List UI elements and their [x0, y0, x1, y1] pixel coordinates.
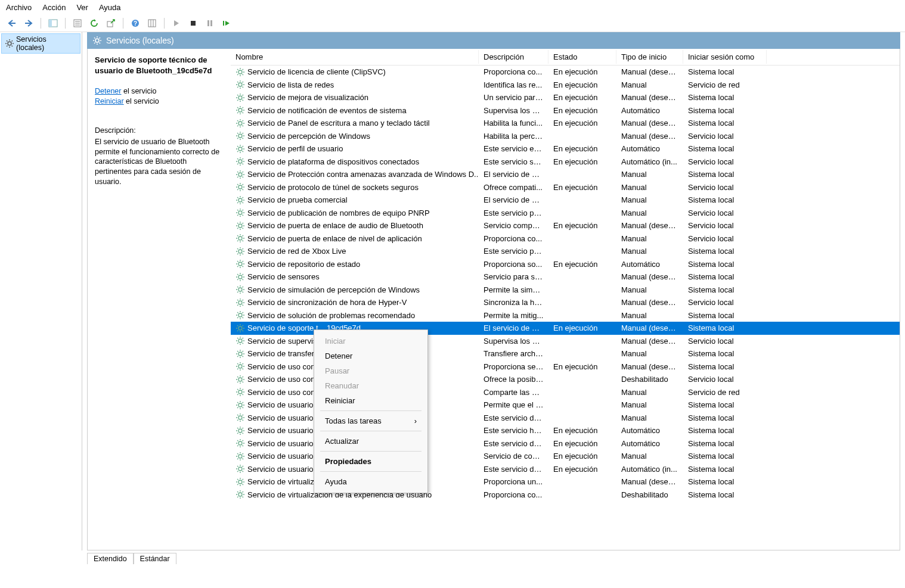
menu-help[interactable]: Ayuda: [99, 3, 121, 12]
service-name: Servicio de plataforma de dispositivos c…: [247, 157, 419, 166]
svg-line-246: [237, 363, 238, 365]
service-row[interactable]: Servicio de perfil de usuarioEste servic…: [231, 142, 900, 155]
tab-standard[interactable]: Estándar: [134, 553, 176, 564]
gear-icon: [235, 323, 245, 333]
gear-icon: [235, 67, 245, 77]
svg-point-304: [238, 455, 242, 458]
tab-extended[interactable]: Extendido: [87, 553, 134, 564]
menu-file[interactable]: Archivo: [6, 3, 32, 12]
service-start: Manual: [616, 388, 683, 397]
svg-line-57: [237, 95, 238, 96]
svg-point-322: [238, 480, 242, 484]
service-desc: Este servicio de ...: [479, 439, 548, 448]
svg-point-331: [238, 493, 242, 496]
stop-icon[interactable]: [186, 17, 200, 30]
svg-line-293: [237, 433, 238, 434]
service-row[interactable]: Servicio de solución de problemas recome…: [231, 309, 900, 322]
restart-icon[interactable]: [219, 17, 234, 30]
restart-link[interactable]: Reiniciar: [95, 97, 124, 105]
gear-icon: [235, 170, 245, 179]
svg-point-214: [238, 326, 242, 330]
svg-line-93: [237, 146, 238, 147]
help-icon[interactable]: ?: [128, 17, 142, 30]
forward-icon[interactable]: [21, 17, 36, 30]
pause-icon[interactable]: [203, 17, 217, 30]
service-row[interactable]: Servicio de notificación de eventos de s…: [231, 104, 900, 117]
service-start: Automático: [616, 260, 683, 269]
svg-point-52: [238, 96, 242, 99]
ctx-properties[interactable]: Propiedades: [314, 454, 427, 469]
col-state[interactable]: Estado: [548, 50, 616, 64]
svg-line-328: [243, 484, 244, 485]
gear-icon: [235, 464, 245, 474]
svg-line-94: [243, 151, 244, 152]
service-row[interactable]: Servicio de protocolo de túnel de socket…: [231, 181, 900, 194]
service-row[interactable]: Servicio de puerta de enlace de nivel de…: [231, 232, 900, 245]
service-row[interactable]: Servicio de percepción de WindowsHabilit…: [231, 130, 900, 143]
col-name[interactable]: Nombre: [231, 50, 479, 64]
service-logon: Sistema local: [683, 349, 767, 358]
gear-icon: [235, 144, 245, 154]
svg-line-213: [243, 312, 244, 313]
svg-line-311: [237, 458, 238, 459]
service-name: Servicio de uso con: [247, 375, 315, 384]
gear-icon: [235, 208, 245, 217]
svg-line-121: [243, 189, 244, 191]
service-row[interactable]: Servicio de puerta de enlace de audio de…: [231, 219, 900, 232]
columns-icon[interactable]: [145, 17, 159, 30]
service-state: En ejecución: [548, 323, 616, 332]
panel-header: Servicios (locales): [87, 32, 900, 49]
svg-line-292: [243, 433, 244, 434]
svg-line-102: [237, 158, 238, 160]
service-logon: Servicio local: [683, 298, 767, 307]
svg-line-50: [237, 87, 238, 88]
svg-line-239: [237, 356, 238, 357]
service-row[interactable]: Servicio de lista de redesIdentifica las…: [231, 79, 900, 92]
service-row[interactable]: Servicio de prueba comercialEl servicio …: [231, 194, 900, 207]
col-logon[interactable]: Iniciar sesión como: [683, 50, 767, 64]
service-logon: Sistema local: [683, 426, 767, 435]
service-row[interactable]: Servicio de sensoresServicio para se...M…: [231, 270, 900, 284]
col-start[interactable]: Tipo de inicio: [616, 50, 683, 64]
service-row[interactable]: Servicio de Protección contra amenazas a…: [231, 168, 900, 181]
list-header: Nombre Descripción Estado Tipo de inicio…: [231, 49, 900, 66]
service-row[interactable]: Servicio de red de Xbox LiveEste servici…: [231, 245, 900, 258]
service-row[interactable]: Servicio de Panel de escritura a mano y …: [231, 117, 900, 130]
tree-root-services[interactable]: Servicios (locales): [1, 33, 80, 54]
ctx-help[interactable]: Ayuda: [314, 474, 427, 489]
show-pane-icon[interactable]: [46, 17, 60, 30]
service-start: Manual (desen...: [616, 337, 683, 346]
ctx-stop[interactable]: Detener: [314, 349, 427, 363]
export-icon[interactable]: [104, 17, 118, 30]
service-row[interactable]: Servicio de plataforma de dispositivos c…: [231, 155, 900, 169]
svg-rect-1: [49, 20, 52, 27]
service-row[interactable]: Servicio de repositorio de estadoProporc…: [231, 258, 900, 271]
refresh-icon[interactable]: [87, 17, 101, 30]
service-row[interactable]: Servicio de mejora de visualizaciónUn se…: [231, 91, 900, 104]
service-row[interactable]: Servicio de simulación de percepción de …: [231, 284, 900, 297]
svg-line-266: [237, 394, 238, 396]
play-icon[interactable]: [169, 17, 184, 30]
service-row[interactable]: Servicio de sincronización de hora de Hy…: [231, 296, 900, 309]
svg-line-58: [243, 99, 244, 101]
menu-action[interactable]: Acción: [42, 3, 66, 12]
service-row[interactable]: Servicio de licencia de cliente (ClipSVC…: [231, 66, 900, 79]
svg-line-320: [237, 471, 238, 472]
service-row[interactable]: Servicio de publicación de nombres de eq…: [231, 207, 900, 220]
service-logon: Servicio local: [683, 157, 767, 166]
col-desc[interactable]: Descripción: [479, 50, 548, 64]
service-name: Servicio de simulación de percepción de …: [247, 285, 420, 294]
ctx-refresh[interactable]: Actualizar: [314, 434, 427, 449]
menu-view[interactable]: Ver: [76, 3, 88, 12]
toolbar: ?: [0, 14, 905, 32]
ctx-all-tasks[interactable]: Todas las tareas›: [314, 413, 427, 428]
ctx-restart[interactable]: Reiniciar: [314, 393, 427, 408]
gear-icon: [235, 413, 245, 422]
svg-point-187: [238, 288, 242, 291]
back-icon[interactable]: [5, 17, 19, 30]
svg-line-202: [243, 304, 244, 306]
stop-link[interactable]: Detener: [95, 87, 121, 95]
service-start: Manual (desen...: [616, 272, 683, 281]
properties-icon[interactable]: [70, 17, 85, 30]
svg-line-212: [237, 318, 238, 319]
